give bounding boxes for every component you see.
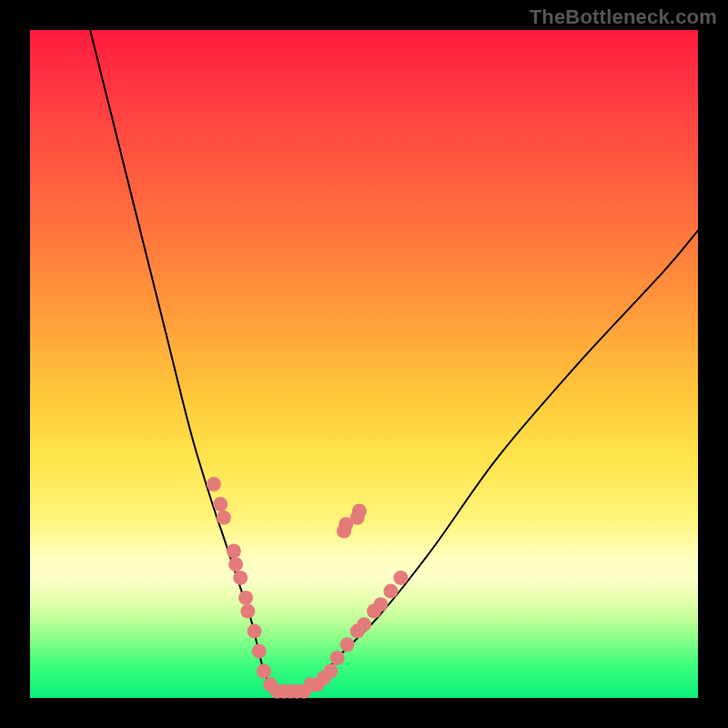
chart-frame: TheBottleneck.com — [0, 0, 728, 728]
data-marker — [383, 584, 398, 599]
data-marker — [257, 664, 271, 679]
watermark-text: TheBottleneck.com — [530, 5, 717, 29]
data-marker — [207, 477, 221, 491]
chart-svg — [30, 30, 698, 698]
data-marker — [227, 544, 241, 559]
data-marker — [248, 624, 262, 639]
data-marker — [323, 664, 338, 679]
data-marker — [238, 591, 253, 605]
data-marker — [357, 617, 371, 632]
data-marker — [352, 504, 367, 519]
data-marker — [393, 571, 408, 585]
plot-area — [30, 30, 698, 698]
data-marker — [252, 644, 267, 659]
data-marker — [330, 651, 345, 665]
data-marker — [228, 557, 243, 571]
data-marker — [217, 511, 231, 525]
data-marker — [340, 637, 355, 652]
marker-group — [207, 477, 409, 699]
data-marker — [373, 597, 388, 612]
data-marker — [240, 604, 255, 619]
data-marker — [213, 497, 228, 511]
data-marker — [233, 571, 248, 585]
